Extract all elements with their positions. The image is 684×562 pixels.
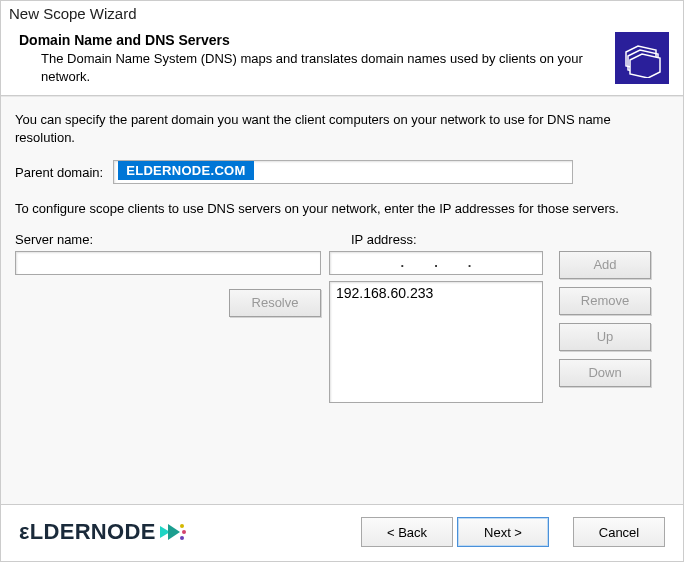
wizard-footer: εLDΕRNODΕ < Back Next > Cancel — [1, 504, 683, 561]
server-name-input[interactable] — [15, 251, 321, 275]
svg-point-3 — [182, 530, 186, 534]
server-column: Resolve — [15, 251, 321, 317]
server-name-label: Server name: — [15, 232, 351, 247]
header-description: The Domain Name System (DNS) maps and tr… — [19, 50, 603, 85]
window-title: New Scope Wizard — [1, 1, 683, 28]
back-button[interactable]: < Back — [361, 517, 453, 547]
down-button[interactable]: Down — [559, 359, 651, 387]
brand: εLDΕRNODΕ — [19, 519, 188, 545]
input-columns: Resolve ... 192.168.60.233 Add Remove Up… — [15, 251, 669, 403]
add-button[interactable]: Add — [559, 251, 651, 279]
wizard-body: You can specify the parent domain you wa… — [1, 96, 683, 504]
folder-stack-icon — [615, 32, 669, 84]
list-item[interactable]: 192.168.60.233 — [334, 284, 538, 302]
parent-domain-input[interactable]: ELDERNODE.COM — [113, 160, 573, 184]
list-buttons: Add Remove Up Down — [551, 251, 651, 387]
ip-entry-input[interactable]: ... — [329, 251, 543, 275]
ip-address-list[interactable]: 192.168.60.233 — [329, 281, 543, 403]
resolve-button[interactable]: Resolve — [229, 289, 321, 317]
wizard-header: Domain Name and DNS Servers The Domain N… — [1, 28, 683, 96]
column-labels: Server name: IP address: — [15, 232, 669, 247]
svg-point-4 — [180, 536, 184, 540]
parent-domain-row: Parent domain: ELDERNODE.COM — [15, 160, 669, 184]
ip-address-label: IP address: — [351, 232, 417, 247]
specify-text: You can specify the parent domain you wa… — [15, 111, 669, 146]
parent-domain-value: ELDERNODE.COM — [118, 161, 253, 180]
configure-text: To configure scope clients to use DNS se… — [15, 200, 669, 218]
brand-text: εLDΕRNODΕ — [19, 519, 156, 545]
ip-column: ... 192.168.60.233 — [329, 251, 543, 403]
next-button[interactable]: Next > — [457, 517, 549, 547]
cancel-button[interactable]: Cancel — [573, 517, 665, 547]
header-title: Domain Name and DNS Servers — [19, 32, 603, 48]
header-text: Domain Name and DNS Servers The Domain N… — [19, 32, 615, 85]
svg-marker-1 — [168, 524, 180, 540]
wizard-window: New Scope Wizard Domain Name and DNS Ser… — [0, 0, 684, 562]
parent-domain-label: Parent domain: — [15, 165, 103, 180]
remove-button[interactable]: Remove — [559, 287, 651, 315]
svg-point-2 — [180, 524, 184, 528]
up-button[interactable]: Up — [559, 323, 651, 351]
brand-arrow-icon — [160, 520, 188, 544]
